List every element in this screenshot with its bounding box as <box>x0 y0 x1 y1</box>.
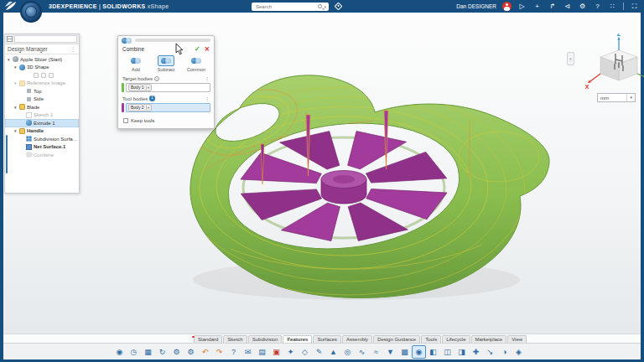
user-name[interactable]: Dan DESIGNER <box>456 3 496 9</box>
confirm-button[interactable]: ✓ <box>195 45 200 53</box>
info-icon[interactable]: i <box>154 76 159 81</box>
extrude-icon[interactable]: ▲ <box>326 345 340 359</box>
target-menu-icon[interactable]: ⋮ <box>205 75 210 81</box>
search-icon[interactable] <box>318 4 322 8</box>
scale-body-icon[interactable]: ↘ <box>483 345 497 359</box>
material-icon[interactable]: ◈ <box>512 345 526 359</box>
share-user-icon[interactable]: ◉ <box>112 345 127 359</box>
tag-icon[interactable] <box>335 3 343 11</box>
grip-bar[interactable] <box>135 39 210 42</box>
play-media-icon[interactable]: ▷ <box>517 0 527 13</box>
tree-item-combine[interactable]: Combine <box>5 151 79 159</box>
dialog-drag-handle[interactable] <box>118 36 214 44</box>
split-icon[interactable]: ◧ <box>426 345 440 359</box>
fullscreen-icon[interactable]: ⛶ <box>630 0 639 13</box>
revolve-icon[interactable]: ◎ <box>340 345 355 359</box>
share-icon[interactable]: ↱ <box>548 0 557 13</box>
feedback-icon[interactable]: ✉ <box>241 345 255 359</box>
tab-sketch[interactable]: Sketch <box>223 335 247 344</box>
tree-toolbar-row[interactable] <box>5 71 79 80</box>
help-icon[interactable]: ? <box>226 345 241 359</box>
app-grid-icon[interactable]: ∷ <box>608 0 617 13</box>
combine-icon[interactable]: ◉ <box>412 345 426 359</box>
orientation-triad[interactable]: Z X Y <box>584 34 644 94</box>
tab-surfaces[interactable]: Surfaces <box>313 335 341 344</box>
tree-item-top[interactable]: Top <box>5 87 79 96</box>
center-hub[interactable] <box>321 171 366 204</box>
tab-assembly[interactable]: Assembly <box>342 335 372 344</box>
redo-icon[interactable]: ↷ <box>212 345 226 359</box>
cancel-button[interactable]: ✕ <box>205 45 210 53</box>
gear-icon[interactable]: ⚙ <box>184 345 198 359</box>
intersect-icon[interactable]: ◫ <box>440 345 454 359</box>
collapse-panel-button[interactable]: ‹ <box>567 52 574 65</box>
swoosh-icon[interactable]: ✦ <box>283 345 298 359</box>
help-icon[interactable]: ? <box>593 0 602 13</box>
assistant-icon[interactable]: ▣ <box>269 345 283 359</box>
delete-face-icon[interactable]: ◨ <box>454 345 469 359</box>
tool-menu-icon[interactable]: ⋮ <box>205 96 210 101</box>
chip-caret-icon[interactable]: ▾ <box>146 85 150 90</box>
tool-input[interactable]: Body 2 ▾ <box>126 103 210 112</box>
mirror-icon[interactable]: ◑ <box>497 345 512 359</box>
tree-item-subdivision-surface-1[interactable]: Subdivision Surface 1 <box>5 135 79 143</box>
units-dropdown[interactable]: mm ▾ <box>597 93 636 102</box>
sync-icon[interactable]: ↻ <box>155 345 169 359</box>
sweep-icon[interactable]: ∿ <box>355 345 369 359</box>
tab-subdivision[interactable]: Subdivision <box>248 335 283 344</box>
dialog-title: Combine <box>122 46 144 52</box>
collaborate-icon[interactable]: ⊲ <box>563 0 572 13</box>
sketch-tool-icon[interactable]: ✎ <box>312 345 326 359</box>
tree-item-3d-shape[interactable]: ▾ 3D Shape <box>5 64 79 72</box>
tab-standard[interactable]: Standard <box>194 335 222 344</box>
search-box[interactable]: ▾ <box>252 3 329 11</box>
notebook-icon[interactable]: ▤ <box>255 345 269 359</box>
save-icon[interactable]: ▦ <box>141 345 155 359</box>
tab-view[interactable]: View <box>507 335 527 344</box>
undo-icon[interactable]: ↶ <box>198 345 212 359</box>
panel-scroll-indicator[interactable] <box>6 135 8 173</box>
tab-marketplace[interactable]: Marketplace <box>471 335 507 344</box>
tree-item-apple-slicer[interactable]: ▾ Apple Slicer (Start) <box>5 55 79 64</box>
tree-toolbar-icon[interactable] <box>34 73 39 78</box>
tree-toolbar-icon[interactable] <box>41 73 46 78</box>
panel-header: Design Manager ⋮ <box>5 44 79 54</box>
search-caret-icon[interactable]: ▾ <box>324 4 326 9</box>
tree-filter-input[interactable] <box>14 35 77 43</box>
tab-lifecycle[interactable]: Lifecycle <box>442 335 470 344</box>
keep-tools-checkbox[interactable] <box>123 118 128 123</box>
combine-option-subtract[interactable]: Subtract <box>152 55 180 72</box>
thicken-icon[interactable]: ▼ <box>383 345 397 359</box>
pattern-icon[interactable]: ▩ <box>397 345 412 359</box>
tab-features[interactable]: Features <box>283 335 312 344</box>
tree-item-reference-image[interactable]: ▾ Reference Image <box>5 80 79 88</box>
user-avatar[interactable] <box>502 2 512 11</box>
target-body-chip[interactable]: Body 1 ▾ <box>128 84 152 91</box>
settings-gears-icon[interactable]: ⚙ <box>169 345 184 359</box>
tree-item-sketch-1[interactable]: Sketch 1 <box>5 111 79 120</box>
panel-menu-icon[interactable]: ⋮ <box>70 46 76 53</box>
tree-item-blade[interactable]: ▾ Blade <box>5 103 79 111</box>
tab-tools[interactable]: Tools <box>421 335 441 344</box>
tree-item-net-surface-1[interactable]: Net Surface.1 <box>5 143 79 152</box>
search-input[interactable] <box>254 3 318 10</box>
add-content-icon[interactable]: + <box>532 0 542 13</box>
move-body-icon[interactable]: ✚ <box>469 345 483 359</box>
body-icon[interactable]: ◇ <box>298 345 312 359</box>
tree-toolbar-icon[interactable] <box>49 73 54 78</box>
tree-item-handle[interactable]: ▾ Handle <box>5 127 79 136</box>
apple-slicer-model[interactable] <box>180 69 562 308</box>
loft-icon[interactable]: ≈ <box>369 345 383 359</box>
tools-icon[interactable]: ⚙ <box>578 0 587 13</box>
combine-option-add[interactable]: Add <box>122 55 150 72</box>
tool-body-chip[interactable]: Body 2 ▾ <box>128 104 152 111</box>
tree-item-extrude-1[interactable]: Extrude 1 <box>5 119 79 127</box>
tree-item-side[interactable]: Side <box>5 96 79 104</box>
tab-design-guidance[interactable]: Design Guidance <box>373 335 420 344</box>
xshape-app-badge[interactable] <box>20 1 42 23</box>
chip-caret-icon[interactable]: ▾ <box>146 106 150 110</box>
tree-filter-icon[interactable] <box>7 36 13 42</box>
combine-option-common[interactable]: Common <box>182 55 210 72</box>
history-icon[interactable]: ◷ <box>127 345 141 359</box>
target-input[interactable]: Body 1 ▾ <box>126 83 210 92</box>
